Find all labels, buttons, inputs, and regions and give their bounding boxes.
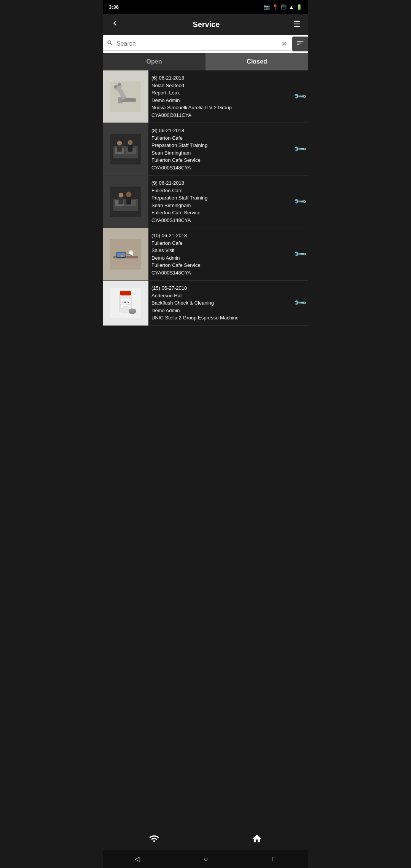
sort-button[interactable] [292,37,308,51]
wrench-icon: 🔧 [293,247,307,261]
service-list: (6) 06-21-2018 Nolan Seafood Report: Lea… [103,70,308,827]
menu-button[interactable]: ☰ [290,16,304,32]
wifi-icon: ▲ [289,4,294,10]
search-icon [107,40,113,48]
svg-rect-32 [120,291,131,295]
item-content-1: (8) 06-21-2018 Fullerton Cafe Preparatio… [148,123,292,175]
svg-rect-12 [117,145,122,152]
clear-search-button[interactable]: ✕ [281,40,287,48]
svg-point-21 [126,191,131,197]
svg-rect-14 [128,145,133,152]
wrench-icon: 🔧 [293,296,307,310]
item-text-2: (9) 06-21-2018 Fullerton Cafe Preparatio… [151,179,288,224]
tab-closed[interactable]: Closed [206,53,308,70]
list-item[interactable]: (10) 06-21-2018 Fullerton Cafe Sales Vis… [103,228,308,281]
search-input[interactable] [116,40,278,47]
android-recent-button[interactable]: □ [272,855,276,863]
search-bar: ✕ [103,37,291,51]
item-content-0: (6) 06-21-2018 Nolan Seafood Report: Lea… [148,70,292,123]
list-item[interactable]: (9) 06-21-2018 Fullerton Cafe Preparatio… [103,176,308,228]
item-image-2 [103,176,148,228]
location-icon: 📍 [272,4,278,10]
android-nav: ◁ ○ □ [103,850,308,868]
item-action-4: 🔧 [292,281,308,326]
android-home-button[interactable]: ○ [204,855,208,863]
svg-point-26 [129,250,133,252]
tabs: Open Closed [103,53,308,70]
home-nav-button[interactable] [206,833,308,844]
item-image-4: CAFIZA Espresso Machine Cleaner [103,281,148,326]
svg-text:Cleaner: Cleaner [123,306,128,308]
svg-rect-20 [119,197,124,204]
video-icon: 📷 [264,4,270,10]
list-item[interactable]: (8) 06-21-2018 Fullerton Cafe Preparatio… [103,123,308,176]
status-icons: 📷 📍 📳 ▲ 🔋 [264,4,302,10]
item-text-4: (15) 06-27-2018 Anderson Hall Backflush … [151,284,288,322]
page-title: Service [193,20,220,29]
status-bar: 3:36 📷 📍 📳 ▲ 🔋 [103,0,308,14]
item-action-0: 🔧 [292,70,308,123]
back-button[interactable] [107,16,123,33]
item-image-3 [103,228,148,280]
tab-open[interactable]: Open [103,53,206,70]
bottom-nav [103,827,308,850]
status-time: 3:36 [109,4,119,10]
item-action-2: 🔧 [292,176,308,228]
item-text-1: (8) 06-21-2018 Fullerton Cafe Preparatio… [151,127,288,171]
android-back-button[interactable]: ◁ [135,855,140,863]
svg-rect-22 [126,197,131,204]
header: Service ☰ [103,14,308,35]
item-content-2: (9) 06-21-2018 Fullerton Cafe Preparatio… [148,176,292,228]
item-action-3: 🔧 [292,228,308,280]
item-image-1 [103,123,148,175]
item-text-3: (10) 06-21-2018 Fullerton Cafe Sales Vis… [151,232,288,276]
wifi-nav-button[interactable] [103,833,206,844]
battery-icon: 🔋 [296,4,302,10]
vibrate-icon: 📳 [280,4,287,10]
list-item[interactable]: (6) 06-21-2018 Nolan Seafood Report: Lea… [103,70,308,123]
item-action-1: 🔧 [292,123,308,175]
item-image-0 [103,70,148,123]
item-content-4: (15) 06-27-2018 Anderson Hall Backflush … [148,281,292,326]
list-item[interactable]: CAFIZA Espresso Machine Cleaner (15) 06-… [103,281,308,326]
wrench-icon: 🔧 [293,89,307,104]
svg-text:Espresso Machine: Espresso Machine [121,304,131,306]
item-content-3: (10) 06-21-2018 Fullerton Cafe Sales Vis… [148,228,292,280]
svg-text:CAFIZA: CAFIZA [122,302,129,303]
svg-point-38 [129,308,136,311]
svg-point-29 [121,255,123,257]
svg-point-19 [119,193,124,198]
svg-point-11 [117,140,122,145]
svg-point-13 [128,140,133,145]
wrench-icon: 🔧 [293,142,307,156]
wrench-icon: 🔧 [293,195,307,209]
item-text-0: (6) 06-21-2018 Nolan Seafood Report: Lea… [151,74,288,119]
